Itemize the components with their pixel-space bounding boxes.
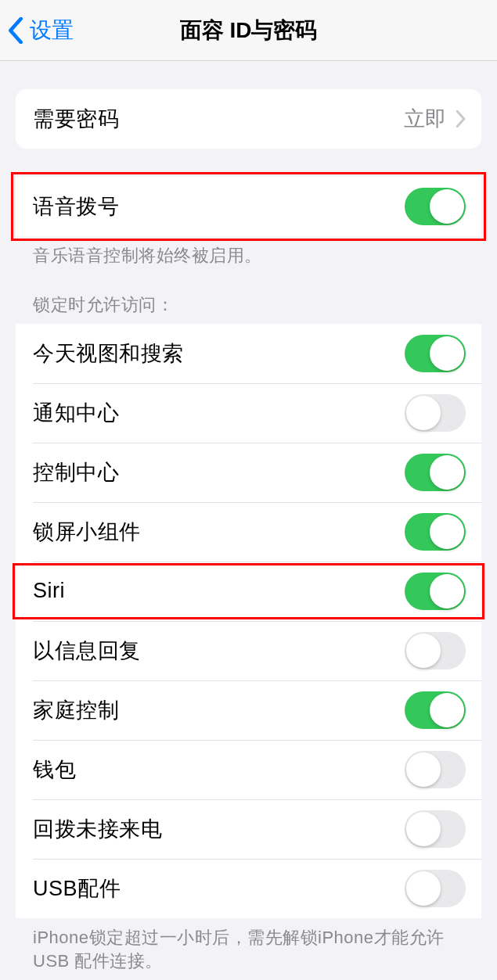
lock-access-toggle[interactable]	[405, 394, 466, 432]
lock-access-label: 通知中心	[33, 399, 119, 427]
lock-access-toggle[interactable]	[405, 513, 466, 551]
lock-access-label: 以信息回复	[33, 637, 141, 665]
require-passcode-row[interactable]: 需要密码 立即	[16, 89, 481, 149]
navigation-bar: 设置 面容 ID与密码	[0, 0, 497, 61]
lock-access-toggle[interactable]	[405, 573, 466, 610]
lock-access-row: 钱包	[16, 740, 481, 799]
lock-access-row: 通知中心	[16, 383, 481, 443]
lock-access-toggle[interactable]	[405, 691, 466, 729]
lock-access-row: Siri	[16, 562, 481, 621]
lock-access-label: 钱包	[33, 756, 76, 784]
back-label: 设置	[30, 16, 74, 45]
lock-access-header: 锁定时允许访问：	[0, 268, 497, 324]
lock-access-row: 家庭控制	[16, 680, 481, 740]
voice-dial-row: 语音拨号	[16, 177, 481, 236]
lock-access-row: 今天视图和搜索	[16, 324, 481, 383]
lock-access-section: 今天视图和搜索通知中心控制中心锁屏小组件Siri以信息回复家庭控制钱包回拨未接来…	[16, 324, 481, 918]
lock-access-label: Siri	[33, 579, 65, 603]
voice-dial-toggle[interactable]	[405, 188, 466, 225]
lock-access-label: 今天视图和搜索	[33, 339, 184, 368]
lock-access-toggle[interactable]	[405, 454, 466, 491]
chevron-left-icon	[8, 17, 23, 44]
lock-access-row: 以信息回复	[16, 621, 481, 680]
lock-access-toggle[interactable]	[405, 751, 466, 788]
require-passcode-value: 立即	[404, 105, 446, 133]
lock-access-toggle[interactable]	[405, 632, 466, 669]
lock-access-row: 回拨未接来电	[16, 799, 481, 859]
lock-access-label: 回拨未接来电	[33, 815, 162, 843]
require-passcode-section: 需要密码 立即	[16, 89, 481, 149]
voice-dial-section: 语音拨号	[16, 177, 481, 236]
require-passcode-label: 需要密码	[33, 105, 119, 133]
back-button[interactable]: 设置	[0, 16, 74, 45]
lock-access-toggle[interactable]	[405, 335, 466, 372]
lock-access-row: 控制中心	[16, 443, 481, 502]
lock-access-toggle[interactable]	[405, 810, 466, 848]
chevron-right-icon	[456, 110, 466, 127]
lock-access-label: 控制中心	[33, 458, 119, 486]
lock-access-label: 家庭控制	[33, 696, 119, 724]
lock-access-label: 锁屏小组件	[33, 518, 141, 546]
lock-access-label: USB配件	[33, 874, 121, 903]
lock-access-footer: iPhone锁定超过一小时后，需先解锁iPhone才能允许USB 配件连接。	[0, 918, 497, 975]
lock-access-row: USB配件	[16, 859, 481, 918]
page-title: 面容 ID与密码	[180, 16, 318, 45]
lock-access-toggle[interactable]	[405, 870, 466, 907]
voice-dial-label: 语音拨号	[33, 192, 119, 221]
lock-access-row: 锁屏小组件	[16, 502, 481, 562]
voice-dial-footer: 音乐语音控制将始终被启用。	[0, 236, 497, 268]
